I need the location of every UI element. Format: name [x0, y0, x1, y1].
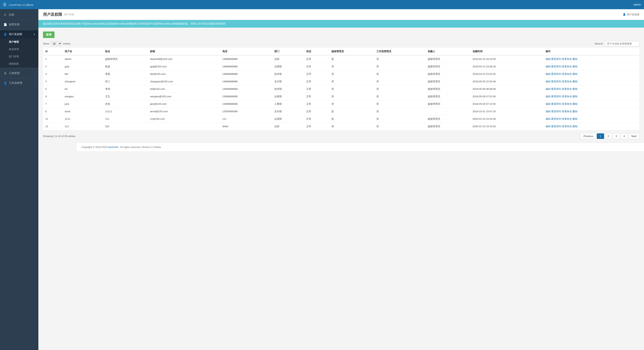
page-breadcrumb: 用户列表 — [64, 13, 74, 16]
table-cell: 2018-05-05 22:54:48 — [470, 78, 543, 85]
table-cell: 13888888888 — [220, 78, 272, 85]
reset-password-link[interactable]: 重置密码 — [551, 102, 561, 105]
view-role-link[interactable]: 查看角色 — [562, 80, 572, 83]
sidebar-nav: ⊙ 总览 📄 使用文档 👤 用户及权限 ▾ 用户管理 角色管理 部门管理 调用权… — [0, 9, 38, 89]
view-role-link[interactable]: 查看角色 — [562, 95, 572, 98]
table-cell: 正常 — [304, 55, 329, 63]
entries-select[interactable]: 10 25 50 100 — [51, 41, 62, 46]
reset-password-link[interactable]: 重置密码 — [551, 80, 561, 83]
view-role-link[interactable]: 查看角色 — [562, 72, 572, 76]
table-row: 4zhangsan张三zhangsan@163.com13888888888支付… — [43, 78, 640, 85]
sidebar-item-dashboard[interactable]: ⊙ 总览 — [0, 11, 38, 19]
delete-link[interactable]: 删除 — [572, 58, 578, 60]
sidebar-divider-4 — [0, 78, 38, 78]
table-cell: 111 — [103, 115, 148, 122]
edit-link[interactable]: 编辑 — [546, 88, 550, 90]
delete-link[interactable]: 删除 — [572, 88, 578, 90]
view-role-link[interactable]: 查看角色 — [562, 65, 572, 68]
edit-link[interactable]: 编辑 — [546, 102, 550, 105]
table-cell: jack — [62, 100, 103, 108]
brand-name: LoonFlow — [9, 4, 21, 6]
delete-link[interactable]: 删除 — [572, 65, 578, 68]
add-user-button[interactable]: 新增 — [43, 32, 54, 38]
main-content: 用户及权限 用户列表 👤 用户及权限 建议通过定时任务程序实现企业账户信息往lo… — [38, 9, 644, 350]
page-header: 用户及权限 用户列表 👤 用户及权限 — [38, 9, 644, 20]
header-right-label: 用户及权限 — [627, 13, 640, 16]
table-cell: 超级管理员 — [426, 78, 470, 85]
edit-link[interactable]: 编辑 — [546, 65, 550, 68]
delete-link[interactable]: 删除 — [572, 95, 578, 98]
reset-password-link[interactable]: 重置密码 — [551, 65, 561, 68]
page-btn-2[interactable]: 2 — [605, 133, 612, 139]
view-role-link[interactable]: 查看角色 — [562, 110, 572, 113]
view-role-link[interactable]: 查看角色 — [562, 88, 572, 90]
prev-button[interactable]: Previous — [581, 133, 596, 139]
table-row: 5lisi李四lisi@163.com13888888888技术部正常否否超级管… — [43, 85, 640, 93]
reset-password-link[interactable]: 重置密码 — [551, 72, 561, 76]
show-label: Show — [43, 42, 49, 45]
edit-link[interactable]: 编辑 — [546, 80, 550, 83]
col-header-actions: 操作 — [543, 48, 640, 55]
footer-rights: . All rights reserved. Version:1.0.0beta — [119, 146, 161, 148]
edit-link[interactable]: 编辑 — [546, 72, 550, 76]
table-cell: lisi — [62, 85, 103, 93]
sidebar-item-workflow[interactable]: 👤 工作流管理 ‹ — [0, 79, 38, 87]
user-perm-icon: 👤 — [4, 33, 7, 36]
sidebar-item-ticket[interactable]: ☰ 工单管理 — [0, 69, 38, 77]
page-btn-3[interactable]: 3 — [613, 133, 620, 139]
sidebar-subitem-role-mgmt[interactable]: 角色管理 — [0, 46, 38, 53]
delete-link[interactable]: 删除 — [572, 125, 578, 128]
col-header-created: 创建时间 — [470, 48, 543, 55]
reset-password-link[interactable]: 重置密码 — [551, 118, 561, 120]
page-btn-4[interactable]: 4 — [620, 133, 628, 139]
reset-password-link[interactable]: 重置密码 — [551, 88, 561, 90]
table-cell: 否 — [374, 55, 426, 63]
table-cell: lisi@163.com — [148, 85, 220, 93]
delete-link[interactable]: 删除 — [572, 110, 578, 113]
view-role-link[interactable]: 查看角色 — [562, 58, 572, 60]
table-cell — [148, 122, 220, 130]
delete-link[interactable]: 删除 — [572, 102, 578, 105]
search-input[interactable] — [605, 41, 640, 46]
table-cell-actions: 编辑/重置密码/查看角色/删除 — [543, 108, 640, 115]
table-cell: 13555666566 — [220, 108, 272, 115]
table-cell: 13888888888 — [220, 85, 272, 93]
delete-link[interactable]: 删除 — [572, 80, 578, 83]
sidebar-subitem-dept-mgmt[interactable]: 部门管理 — [0, 53, 38, 60]
view-role-link[interactable]: 查看角色 — [562, 118, 572, 120]
sidebar-subitem-api-perm[interactable]: 调用权限 — [0, 60, 38, 68]
page-btn-1[interactable]: 1 — [597, 133, 604, 139]
delete-link[interactable]: 删除 — [572, 72, 578, 76]
alert-text: 建议通过定时任务程序实现企业账户信息往loonflow的同步(直接操作loonf… — [43, 22, 226, 25]
edit-link[interactable]: 编辑 — [546, 95, 550, 98]
sidebar-subitem-user-mgmt[interactable]: 用户管理 — [0, 38, 38, 46]
brand-version: v1.0Beta — [21, 4, 34, 6]
reset-password-link[interactable]: 重置密码 — [551, 125, 561, 128]
edit-link[interactable]: 编辑 — [546, 125, 550, 128]
table-cell: 否 — [374, 122, 426, 130]
table-cell: 超级管理员 — [426, 115, 470, 122]
col-header-phone: 电话 — [220, 48, 272, 55]
sidebar-item-user-perm[interactable]: 👤 用户及权限 ▾ — [0, 30, 38, 38]
table-cell: 111 — [62, 122, 103, 130]
table-controls: Show 10 25 50 100 entries Search: — [43, 41, 640, 46]
view-role-link[interactable]: 查看角色 — [562, 102, 572, 105]
view-role-link[interactable]: 查看角色 — [562, 125, 572, 128]
footer-author-link[interactable]: blackholll — [108, 146, 118, 148]
reset-password-link[interactable]: 重置密码 — [551, 95, 561, 98]
table-cell: 111 — [220, 115, 272, 122]
delete-link[interactable]: 删除 — [572, 118, 578, 120]
col-header-email: 邮箱 — [148, 48, 220, 55]
edit-link[interactable]: 编辑 — [546, 58, 550, 60]
reset-password-link[interactable]: 重置密码 — [551, 58, 561, 60]
table-cell: aroot — [62, 108, 103, 115]
reset-password-link[interactable]: 重置密码 — [551, 110, 561, 113]
edit-link[interactable]: 编辑 — [546, 118, 550, 120]
alert-banner: 建议通过定时任务程序实现企业账户信息往loonflow的同步(直接操作loonf… — [38, 20, 644, 28]
table-cell: 是 — [329, 108, 374, 115]
sidebar-item-docs[interactable]: 📄 使用文档 — [0, 20, 38, 28]
menu-icon[interactable]: ☰ — [3, 2, 6, 7]
next-button[interactable]: Next — [628, 133, 640, 139]
edit-link[interactable]: 编辑 — [546, 110, 550, 113]
col-header-creator: 创建人 — [426, 48, 470, 55]
